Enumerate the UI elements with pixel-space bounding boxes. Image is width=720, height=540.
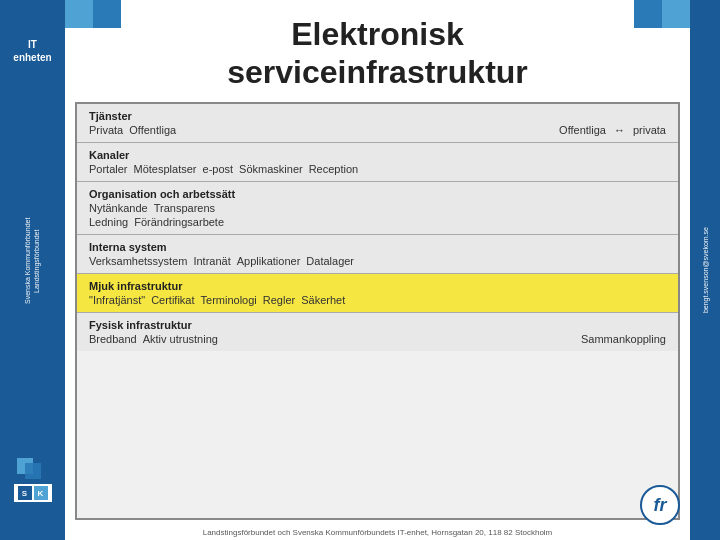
- kanaler-title: Kanaler: [89, 149, 666, 161]
- logos-area: S K: [14, 458, 52, 502]
- interna-content: Verksamhetssystem Intranät Applikationer…: [89, 255, 666, 267]
- double-arrow-icon: ↔: [614, 124, 625, 136]
- fysisk-title: Fysisk infrastruktur: [89, 319, 666, 331]
- top-decoration-left: [65, 0, 121, 28]
- right-sidebar: bengt.svenson@svekom.se: [690, 0, 720, 540]
- row-mjuk: Mjuk infrastruktur "Infratjänst" Certifi…: [77, 274, 678, 313]
- sammankoppling-label: Sammankoppling: [581, 333, 666, 345]
- motesplatser-label: Mötesplatser: [134, 163, 197, 175]
- org-label: Svenska KommunförbundetLandstingsförbund…: [23, 64, 41, 458]
- footer: Landstingsförbundet och Svenska Kommunfö…: [65, 525, 690, 540]
- offentliga-label2: Offentliga: [559, 124, 606, 136]
- sakerhet-label: Säkerhet: [301, 294, 345, 306]
- footer-text: Landstingsförbundet och Svenska Kommunfö…: [203, 528, 553, 537]
- sokmaskiner-label: Sökmaskiner: [239, 163, 303, 175]
- transparens-label: Transparens: [154, 202, 215, 214]
- portaler-label: Portaler: [89, 163, 128, 175]
- intranat-label: Intranät: [193, 255, 230, 267]
- mjuk-title: Mjuk infrastruktur: [89, 280, 666, 292]
- diagram-container: Tjänster Privata Offentliga Offentliga ↔…: [75, 102, 680, 520]
- nytankande-label: Nytänkande: [89, 202, 148, 214]
- organisation-title: Organisation och arbetssätt: [89, 188, 666, 200]
- certifikat-label: Certifikat: [151, 294, 194, 306]
- ledning-label: Ledning: [89, 216, 128, 228]
- fr-logo: fr: [640, 485, 680, 525]
- terminologi-label: Terminologi: [201, 294, 257, 306]
- page-title: Elektronisk serviceinfrastruktur: [75, 15, 680, 92]
- row-interna: Interna system Verksamhetssystem Intranä…: [77, 235, 678, 274]
- kanaler-content: Portaler Mötesplatser e-post Sökmaskiner…: [89, 163, 666, 175]
- it-enheten-label: IT enheten: [13, 38, 51, 64]
- datalager-label: Datalager: [306, 255, 354, 267]
- regler-label: Regler: [263, 294, 295, 306]
- epost-label: e-post: [203, 163, 234, 175]
- mjuk-content: "Infratjänst" Certifikat Terminologi Reg…: [89, 294, 666, 306]
- privata-label: Privata: [89, 124, 123, 136]
- organisation-content2: Ledning Förändringsarbete: [89, 216, 666, 228]
- email-label: bengt.svenson@svekom.se: [702, 227, 709, 313]
- offentliga-label1: Offentliga: [129, 124, 176, 136]
- row-fysisk: Fysisk infrastruktur Bredband Aktiv utru…: [77, 313, 678, 351]
- tjanster-content: Privata Offentliga Offentliga ↔ privata: [89, 124, 666, 136]
- reception-label: Reception: [309, 163, 359, 175]
- fysisk-content: Bredband Aktiv utrustning Sammankoppling: [89, 333, 666, 345]
- applikationer-label: Applikationer: [237, 255, 301, 267]
- organisation-content: Nytänkande Transparens: [89, 202, 666, 214]
- row-organisation: Organisation och arbetssätt Nytänkande T…: [77, 182, 678, 235]
- infratjanst-label: "Infratjänst": [89, 294, 145, 306]
- row-kanaler: Kanaler Portaler Mötesplatser e-post Sök…: [77, 143, 678, 182]
- forandringsarbete-label: Förändringsarbete: [134, 216, 224, 228]
- row-tjanster: Tjänster Privata Offentliga Offentliga ↔…: [77, 104, 678, 143]
- bredband-label: Bredband: [89, 333, 137, 345]
- interna-title: Interna system: [89, 241, 666, 253]
- tjanster-title: Tjänster: [89, 110, 666, 122]
- privata-label2: privata: [633, 124, 666, 136]
- left-sidebar: IT enheten Svenska KommunförbundetLandst…: [0, 0, 65, 540]
- aktiv-utrustning-label: Aktiv utrustning: [143, 333, 218, 345]
- page-title-area: Elektronisk serviceinfrastruktur: [65, 0, 690, 102]
- top-decoration-right: [634, 0, 690, 28]
- main-content: Elektronisk serviceinfrastruktur Tjänste…: [65, 0, 690, 540]
- verksamhetssystem-label: Verksamhetssystem: [89, 255, 187, 267]
